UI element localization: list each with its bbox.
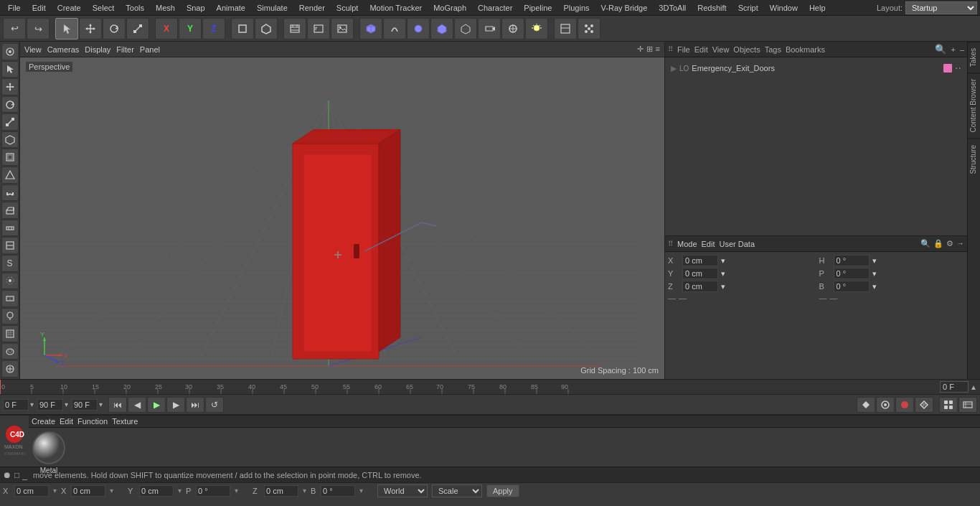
apply-button[interactable]: Apply <box>486 484 519 497</box>
redo-button[interactable]: ↩ <box>27 18 50 39</box>
coord-world-dropdown[interactable]: World <box>377 484 428 497</box>
tool-magnet[interactable] <box>1 184 19 202</box>
viewport-3d[interactable]: Perspective Grid Spacing : 100 cm X Y Z <box>20 57 664 379</box>
viewport-settings-icon[interactable]: ≡ <box>656 44 660 54</box>
attr-mode-menu[interactable]: Mode <box>677 240 697 248</box>
objects-bookmarks-menu[interactable]: Bookmarks <box>786 45 825 54</box>
menu-script[interactable]: Script <box>733 2 763 14</box>
coord-scale-dropdown[interactable]: Scale <box>432 484 482 497</box>
current-frame-input[interactable] <box>940 381 969 393</box>
objects-objects-menu[interactable]: Objects <box>733 45 760 54</box>
lamp-button[interactable] <box>525 18 548 39</box>
coord-z2-input[interactable] <box>321 485 355 497</box>
timeline-ruler[interactable]: 0 5 10 15 20 25 30 35 40 45 50 55 60 <box>0 379 980 395</box>
menu-pipeline[interactable]: Pipeline <box>519 2 557 14</box>
tool-move[interactable] <box>1 78 19 95</box>
status-minimize-icon[interactable]: _ <box>22 470 27 480</box>
keyframe-pos-button[interactable]: P <box>915 397 933 413</box>
material-function-menu[interactable]: Function <box>77 417 108 426</box>
menu-simulate[interactable]: Simulate <box>252 2 293 14</box>
end-frame-arrow1[interactable]: ▾ <box>65 400 68 408</box>
menu-mograph[interactable]: MoGraph <box>428 2 471 14</box>
prev-frame-button[interactable]: ◀ <box>128 397 146 413</box>
move-tool-button[interactable] <box>79 18 102 39</box>
objects-edit-menu[interactable]: Edit <box>694 45 708 54</box>
tab-content-browser[interactable]: Content Browser <box>968 72 980 138</box>
coord-x-arrow[interactable]: ▾ <box>53 487 57 495</box>
coord-x2-input[interactable] <box>71 485 105 497</box>
menu-sculpt[interactable]: Sculpt <box>331 2 364 14</box>
coord-y-input[interactable] <box>139 485 174 497</box>
deformer-button[interactable] <box>430 18 453 39</box>
attr-z-input[interactable] <box>682 281 718 292</box>
menu-3dtall[interactable]: 3DToAll <box>654 2 691 14</box>
menu-animate[interactable]: Animate <box>212 2 250 14</box>
tool-polygon[interactable] <box>1 131 19 149</box>
material-create-menu[interactable]: Create <box>32 417 55 426</box>
camera-button[interactable] <box>478 18 501 39</box>
objects-search-icon[interactable]: 🔍 <box>935 44 946 55</box>
viewport-menu-display[interactable]: Display <box>85 45 110 54</box>
objects-tags-menu[interactable]: Tags <box>765 45 781 54</box>
viewport-menu-cameras[interactable]: Cameras <box>47 45 80 54</box>
attr-edit-menu[interactable]: Edit <box>702 240 715 248</box>
start-frame-input[interactable] <box>3 399 29 411</box>
tool-extrude[interactable] <box>1 202 19 219</box>
status-record-icon[interactable]: ⏺ <box>3 470 11 480</box>
tool-box[interactable] <box>1 149 19 166</box>
menu-tools[interactable]: Tools <box>121 2 149 14</box>
attr-z-arrow[interactable]: ▾ <box>721 282 725 291</box>
status-play-icon[interactable]: □ <box>14 470 19 480</box>
tool-soft-selection[interactable] <box>1 273 19 290</box>
render-button[interactable] <box>307 18 330 39</box>
menu-character[interactable]: Character <box>473 2 517 14</box>
tool-brush[interactable]: S <box>1 255 19 272</box>
keyframe-add-button[interactable] <box>857 397 875 413</box>
select-tool-button[interactable] <box>55 18 78 39</box>
tool-symmetry[interactable] <box>1 290 19 307</box>
keyframe-auto-button[interactable] <box>876 397 895 413</box>
tool-knife[interactable] <box>1 220 19 237</box>
menu-select[interactable]: Select <box>88 2 120 14</box>
coord-y2-input[interactable] <box>196 485 230 497</box>
end-frame-input2[interactable] <box>72 399 98 411</box>
keyframe-record-button[interactable] <box>895 397 914 413</box>
objects-file-menu[interactable]: File <box>677 45 690 54</box>
object-row-door[interactable]: ▶ LO Emergency_Exit_Doors ·· <box>668 60 964 76</box>
x-axis-button[interactable]: X <box>155 18 178 39</box>
objects-plus-icon[interactable]: + <box>951 45 955 54</box>
attr-p-input[interactable] <box>834 268 870 279</box>
coord-z2-arrow[interactable]: ▾ <box>359 487 363 495</box>
viewport-menu-panel[interactable]: Panel <box>140 45 160 54</box>
coord-y2-arrow[interactable]: ▾ <box>235 487 238 495</box>
objects-minus-icon[interactable]: – <box>960 45 964 54</box>
particles-button[interactable] <box>578 18 600 39</box>
tool-pyramid[interactable] <box>1 167 19 184</box>
objects-view-menu[interactable]: View <box>712 45 730 54</box>
menu-edit[interactable]: Edit <box>27 2 51 14</box>
attr-x-arrow[interactable]: ▾ <box>721 256 725 266</box>
nurbs-button[interactable] <box>383 18 406 39</box>
tool-sculpt[interactable] <box>1 343 19 360</box>
attr-userdata-menu[interactable]: User Data <box>720 240 755 248</box>
loop-button[interactable]: ↺ <box>205 397 224 413</box>
attr-p-arrow[interactable]: ▾ <box>872 269 877 278</box>
tool-scale[interactable] <box>1 113 19 131</box>
light-button[interactable] <box>454 18 477 39</box>
tab-structure[interactable]: Structure <box>968 139 980 180</box>
goto-end-button[interactable]: ⏭ <box>186 397 204 413</box>
attr-h-input[interactable] <box>834 255 870 266</box>
rotate-tool-button[interactable] <box>103 18 126 39</box>
menu-snap[interactable]: Snap <box>182 2 210 14</box>
goto-start-button[interactable]: ⏮ <box>108 397 127 413</box>
attr-settings-icon[interactable]: ⚙ <box>946 239 953 248</box>
scene-object-button[interactable] <box>554 18 577 39</box>
attr-arrow-icon[interactable]: → <box>956 239 964 248</box>
menu-help[interactable]: Help <box>804 2 831 14</box>
menu-motion-tracker[interactable]: Motion Tracker <box>364 2 427 14</box>
coord-z-input[interactable] <box>264 485 298 497</box>
material-texture-menu[interactable]: Texture <box>112 417 138 426</box>
object-mode-button[interactable] <box>231 18 254 39</box>
picture-viewer-button[interactable] <box>331 18 354 39</box>
attr-y-arrow[interactable]: ▾ <box>721 269 725 278</box>
